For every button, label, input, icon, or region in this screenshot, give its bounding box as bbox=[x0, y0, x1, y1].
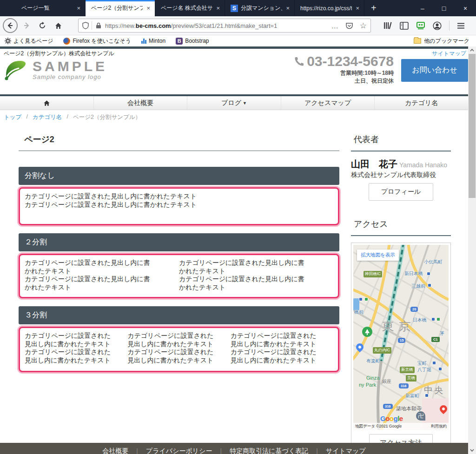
tab-bar: ページ一覧 × ページ2（分割サンプル) × ページ名 株式会社サンプ × S … bbox=[0, 0, 476, 16]
contact-button[interactable]: お問い合わせ bbox=[401, 59, 468, 82]
breadcrumb-home[interactable]: トップ bbox=[4, 113, 21, 121]
tracking-shield-icon[interactable] bbox=[82, 22, 89, 29]
footer-link-company[interactable]: 会社概要 bbox=[102, 447, 128, 454]
profile-button[interactable]: プロフィール bbox=[369, 183, 434, 201]
sample-paragraph: カテゴリページに設置された見出し内に書かれたテキスト bbox=[179, 259, 308, 275]
split-column: カテゴリページに設置された見出し内に書かれたテキスト カテゴリページに設置された… bbox=[127, 332, 215, 364]
close-button[interactable]: × bbox=[455, 0, 476, 16]
nav-access-map[interactable]: アクセスマップ bbox=[281, 96, 375, 110]
other-bookmarks[interactable]: 他のブックマーク bbox=[414, 37, 469, 45]
url-bar[interactable]: https://new.be-cms.com/preview/53/cat1/2… bbox=[78, 19, 371, 33]
bookmark-minton[interactable]: Minton bbox=[141, 38, 165, 44]
page-actions-icon[interactable]: … bbox=[331, 22, 339, 30]
station-icon bbox=[359, 297, 363, 301]
sample-paragraph: カテゴリページに設置された見出し内に書かれたテキスト bbox=[127, 348, 215, 364]
nav-blog[interactable]: ブログ▼ bbox=[187, 96, 281, 110]
url-path: /preview/53/cat1/21.html&make_start=1 bbox=[171, 22, 278, 29]
footer-link-privacy[interactable]: プライバシーポリシー bbox=[146, 447, 212, 454]
scroll-up-arrow[interactable] bbox=[468, 46, 476, 54]
nav-company[interactable]: 会社概要 bbox=[93, 96, 187, 110]
map-label: 有楽町 bbox=[366, 358, 380, 364]
url-scheme: https://new. bbox=[105, 22, 136, 29]
home-button[interactable] bbox=[51, 19, 65, 33]
reload-button[interactable] bbox=[35, 19, 49, 33]
new-tab-button[interactable]: + bbox=[364, 0, 383, 16]
tab-page-list[interactable]: ページ一覧 × bbox=[16, 0, 86, 16]
bookmark-star-icon[interactable]: ☆ bbox=[360, 21, 367, 31]
bookmark-label: Bootstrap bbox=[185, 38, 209, 44]
tab-close-icon[interactable]: × bbox=[355, 5, 360, 12]
footer-link-commerce-law[interactable]: 特定商取引法に基づく表記 bbox=[230, 447, 308, 454]
pocket-icon[interactable] bbox=[345, 22, 353, 30]
sitemap-link[interactable]: サイトマップ bbox=[432, 50, 466, 58]
bookmark-firefox[interactable]: Firefox を使いこなそう bbox=[63, 37, 131, 45]
nav-home[interactable] bbox=[0, 96, 93, 110]
footer-separator: ｜ bbox=[218, 447, 224, 454]
site-header: ページ2（分割サンプル）株式会社サンプル サイトマップ SAMPLE Sampl… bbox=[0, 49, 468, 94]
scrollbar-thumb[interactable] bbox=[469, 54, 476, 198]
route-shield: 316 bbox=[399, 383, 409, 388]
section-body-3-split: カテゴリページに設置された見出し内に書かれたテキスト カテゴリページに設置された… bbox=[19, 327, 339, 372]
phone-block: 03-1234-5678 営業時間:10時～18時 土日、祝日定休 bbox=[294, 53, 394, 85]
dropdown-caret-icon: ▼ bbox=[243, 101, 247, 105]
station-icon bbox=[364, 297, 368, 301]
station-icon bbox=[428, 283, 431, 287]
minimize-button[interactable]: – bbox=[412, 0, 433, 16]
business-hours: 営業時間:10時～18時 bbox=[294, 69, 394, 77]
expand-map-link[interactable]: 拡大地図を表示 bbox=[357, 250, 399, 261]
tab-page2-active[interactable]: ページ2（分割サンプル) × bbox=[86, 0, 155, 16]
sample-paragraph: カテゴリページに設置された見出し内に書かれたテキスト bbox=[231, 332, 318, 348]
account-icon[interactable] bbox=[433, 21, 442, 30]
menu-icon[interactable] bbox=[457, 22, 465, 29]
map-label-ic: 京橋 bbox=[406, 375, 416, 382]
site-logo[interactable]: SAMPLE Sample company logo bbox=[4, 59, 107, 80]
logo-name: SAMPLE bbox=[33, 59, 107, 73]
footer-separator: ｜ bbox=[134, 447, 140, 454]
google-logo: Google bbox=[380, 415, 403, 422]
home-icon bbox=[43, 100, 50, 106]
sidebar-toggle-icon[interactable] bbox=[400, 22, 409, 30]
url-separator bbox=[92, 21, 92, 30]
nav-category[interactable]: カテゴリ名 bbox=[374, 96, 468, 110]
tab-rizo-css[interactable]: https://rizo.co.jp/css/te × bbox=[295, 0, 364, 16]
map-label-city: 東京 bbox=[382, 318, 416, 335]
tab-close-icon[interactable]: × bbox=[215, 5, 221, 12]
footer-separator: ｜ bbox=[314, 447, 320, 454]
bookmarks-bar: よく見るページ Firefox を使いこなそう Minton B Bootstr… bbox=[0, 35, 476, 46]
leaf-logo-icon bbox=[4, 59, 28, 80]
representative-name: 山田 花子 Yamada Hanako bbox=[351, 158, 451, 170]
map-label-ic: 新京橋 bbox=[400, 367, 415, 373]
tab-mansion[interactable]: S 分譲マンション、チラ × bbox=[225, 0, 295, 16]
maximize-button[interactable]: □ bbox=[433, 0, 455, 16]
url-text[interactable]: https://new.be-cms.com/preview/53/cat1/2… bbox=[105, 22, 331, 29]
tab-page-name[interactable]: ページ名 株式会社サンプ × bbox=[155, 0, 225, 16]
content-area: ページ2 分割なし カテゴリページに設置された見出し内に書かれたテキスト カテゴ… bbox=[0, 125, 468, 454]
sample-paragraph: カテゴリページに設置された見出し内に書かれたテキスト bbox=[25, 332, 112, 348]
tab-close-icon[interactable]: × bbox=[76, 5, 81, 12]
tab-close-icon[interactable]: × bbox=[145, 5, 151, 12]
lock-icon bbox=[96, 22, 101, 29]
map-label: 茅 bbox=[440, 330, 444, 337]
sample-paragraph: カテゴリページに設置された見出し内に書かれたテキスト bbox=[231, 348, 318, 364]
tabbar-spacer bbox=[0, 0, 16, 16]
holiday-note: 土日、祝日定休 bbox=[294, 77, 394, 85]
access-heading: アクセス bbox=[351, 215, 451, 236]
roboform-icon[interactable] bbox=[416, 21, 425, 30]
bookmark-bootstrap[interactable]: B Bootstrap bbox=[176, 38, 209, 45]
breadcrumb-category[interactable]: カテゴリ名 bbox=[33, 113, 62, 121]
sample-paragraph: カテゴリページに設置された見出し内に書かれたテキスト bbox=[25, 192, 333, 201]
folder-icon bbox=[414, 38, 421, 44]
firefox-icon bbox=[63, 38, 70, 45]
google-map[interactable]: 小伝馬町 神田橋IC 新日本橋 三越前 20 日本橋 東京 茅 bbox=[353, 245, 449, 430]
back-button[interactable] bbox=[3, 18, 18, 33]
tab-close-icon[interactable]: × bbox=[285, 5, 291, 12]
url-toolbar: https://new.be-cms.com/preview/53/cat1/2… bbox=[0, 16, 476, 35]
page-scrollbar[interactable] bbox=[468, 46, 476, 454]
library-icon[interactable] bbox=[383, 21, 392, 30]
logo-tagline: Sample company logo bbox=[33, 73, 107, 80]
forward-button[interactable] bbox=[20, 19, 33, 33]
scroll-down-arrow[interactable] bbox=[468, 447, 476, 454]
bookmark-frequent[interactable]: よく見るページ bbox=[5, 37, 53, 45]
footer-link-sitemap[interactable]: サイトマップ bbox=[326, 447, 366, 454]
map-terms-link[interactable]: 利用規約 bbox=[431, 424, 447, 429]
